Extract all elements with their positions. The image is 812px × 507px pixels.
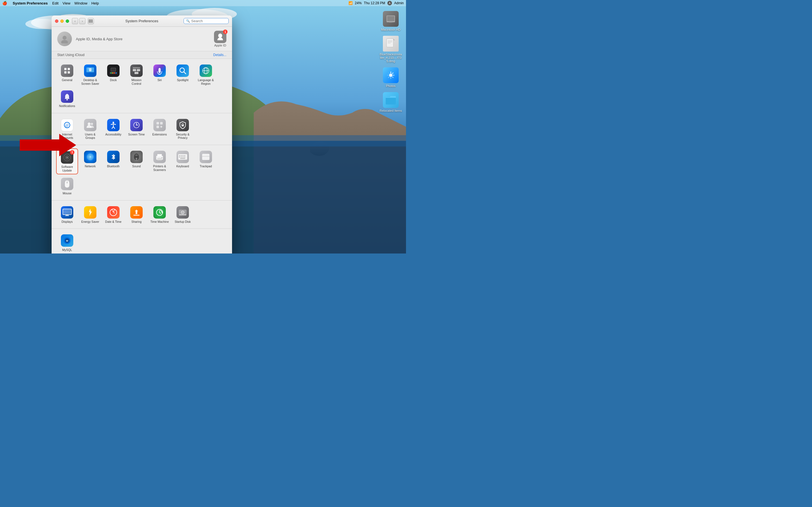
desktop-icon-bluestacks[interactable]: BlueStacksInstaller_4.210....f735.dmg [378,35,403,64]
mysql-icon: M [61,234,73,247]
minimize-button[interactable] [60,19,64,23]
appleid-subtitle: Apple ID, Media & App Store [76,37,122,41]
pref-mission[interactable]: Mission Control [125,62,147,87]
pref-startup[interactable]: Startup Disk [172,204,194,225]
pref-accessibility[interactable]: Accessibility [102,117,124,142]
desktop-icon-photos[interactable]: Photos [382,66,400,89]
section-personal: General F Desktop & Screen [52,59,232,113]
accessibility-label: Accessibility [105,133,121,136]
energy-label: Energy Saver [81,220,99,224]
svg-rect-114 [65,216,69,216]
pref-datetime[interactable]: 18 Date & Time [102,204,124,225]
svg-rect-41 [116,72,117,73]
security-icon [176,119,189,131]
startup-icon [176,206,189,219]
datetime-label: Date & Time [105,220,121,224]
pref-mysql[interactable]: M MySQL [56,232,78,253]
desktop-icon-macintosh-hd[interactable]: Macintosh HD [380,10,402,33]
security-label: Security & Privacy [173,133,193,140]
menu-help[interactable]: Help [91,1,99,5]
relocated-label: Relocated Items [379,109,402,112]
svg-marker-12 [393,39,395,40]
pref-displays[interactable]: Displays [56,204,78,225]
window-body: Apple ID, Media & App Store 1 Apple ID S… [52,27,232,253]
mouse-icon [61,178,73,190]
svg-line-118 [113,212,115,213]
menu-edit[interactable]: Edit [52,1,58,5]
svg-rect-20 [392,76,394,78]
pref-trackpad[interactable]: Trackpad [195,149,217,174]
datetime-icon: 18 [107,206,119,219]
pref-users[interactable]: Users & Groups [79,117,101,142]
screentime-label: Screen Time [128,133,145,136]
photos-label: Photos [386,84,396,88]
pref-network[interactable]: Network [79,149,101,174]
svg-rect-94 [157,154,162,156]
pref-language[interactable]: Language & Region [195,62,217,87]
forward-button[interactable]: › [79,18,86,24]
search-icon: 🔍 [186,19,190,23]
svg-point-110 [66,182,68,183]
desktop-icon-relocated[interactable]: Relocated Items [378,91,403,114]
apple-menu[interactable]: 🍎 [2,1,7,5]
grid-icon [89,19,93,22]
printers-label: Printers & Scanners [150,165,169,172]
pref-energy[interactable]: Energy Saver [79,204,101,225]
maximize-button[interactable] [66,19,69,23]
close-button[interactable] [55,19,58,23]
pref-general[interactable]: General [56,62,78,87]
pref-keyboard[interactable]: Keyboard [172,149,194,174]
spotlight-label: Spotlight [177,78,189,82]
pref-printers[interactable]: Printers & Scanners [149,149,170,174]
svg-rect-42 [111,68,116,71]
search-input[interactable] [191,19,226,23]
pref-extensions[interactable]: Extensions [149,117,170,142]
pref-sound[interactable]: Sound [125,149,147,174]
pref-spotlight[interactable]: Spotlight [172,62,194,87]
svg-rect-66 [156,126,159,128]
appleid-button[interactable]: 1 Apple ID [214,31,226,47]
menubar: 🍎 System Preferences Edit View Window He… [0,0,406,6]
pref-dock[interactable]: Dock [102,62,124,87]
svg-line-50 [184,72,186,74]
appleid-icon: 1 [214,31,226,43]
system-preferences-window: ‹ › System Preferences 🔍 [52,15,232,253]
menubar-app-name: System Preferences [13,1,48,5]
photos-icon [383,67,399,83]
mouse-label: Mouse [63,191,71,195]
svg-rect-129 [179,214,186,216]
pref-sharing[interactable]: Sharing [125,204,147,225]
svg-rect-17 [391,71,391,73]
dock-pref-icon [107,64,119,77]
grid-view-button[interactable] [88,18,94,24]
svg-rect-31 [68,71,70,73]
pref-screentime[interactable]: Screen Time [125,117,147,142]
svg-rect-10 [389,22,393,22]
icloud-details-link[interactable]: Details... [213,53,226,57]
pref-notifications[interactable]: Notifications [56,88,78,110]
pref-security[interactable]: Security & Privacy [172,117,194,142]
pref-siri[interactable]: Siri [149,62,170,87]
displays-icon [61,206,73,219]
general-icon [61,64,73,77]
svg-rect-121 [133,215,140,216]
pref-mouse[interactable]: Mouse [56,175,78,197]
pref-desktop[interactable]: F Desktop & Screen Saver [79,62,101,87]
mysql-label: MySQL [62,248,72,252]
svg-point-26 [63,36,66,40]
window-titlebar: ‹ › System Preferences 🔍 [52,15,232,27]
bluetooth-icon [107,151,119,163]
pref-internet-accounts[interactable]: @ Internet Accounts [56,117,78,142]
pref-software-update[interactable]: 1 Software Update [56,149,78,174]
back-button[interactable]: ‹ [72,18,78,24]
menu-window[interactable]: Window [74,1,87,5]
menu-view[interactable]: View [63,1,70,5]
search-box[interactable]: 🔍 [184,18,229,24]
svg-rect-11 [387,39,393,47]
svg-point-58 [91,123,93,125]
bluestacks-icon [383,36,399,52]
pref-bluetooth[interactable]: Bluetooth [102,149,124,174]
pref-timemachine[interactable]: Time Machine [149,204,170,225]
svg-rect-46 [133,67,140,68]
sound-label: Sound [132,165,141,168]
